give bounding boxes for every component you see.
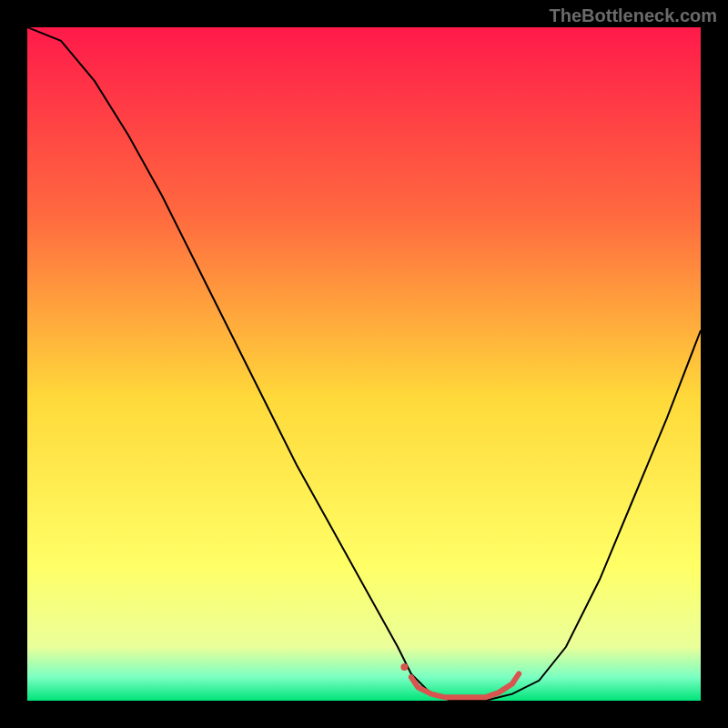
optimal-start-dot [400,663,408,671]
watermark-text: TheBottleneck.com [550,5,717,26]
plot-area [27,27,701,701]
curves-layer [27,27,701,701]
optimal-range-marker [411,673,519,697]
bottleneck-curve [27,27,701,701]
